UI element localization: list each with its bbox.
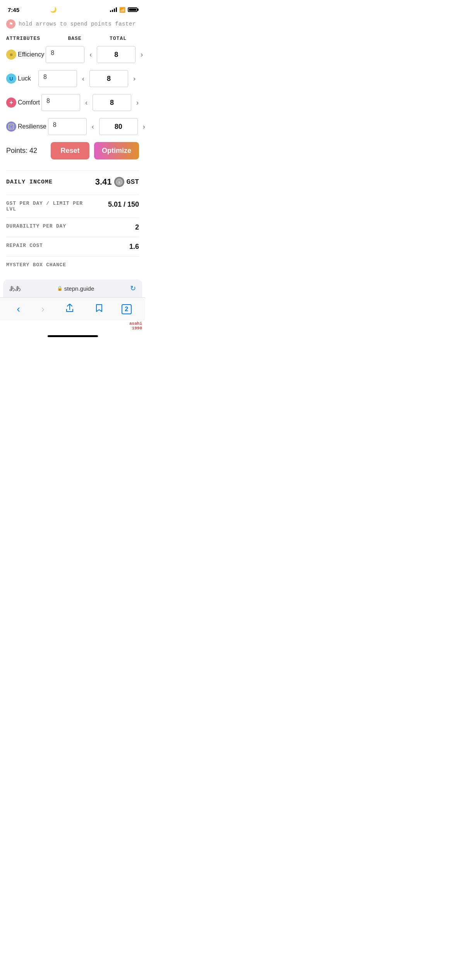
browser-bar[interactable]: ああ 🔒 stepn.guide ↻ — [3, 279, 142, 297]
share-button[interactable] — [62, 302, 77, 316]
status-icons: 📶 — [110, 7, 137, 13]
resiliense-base-input[interactable]: 8 — [48, 118, 87, 135]
efficiency-icon: ≡ — [6, 50, 16, 60]
stat-row-repair-cost: REPAIR COST 1.6 — [6, 237, 139, 256]
safari-toolbar: ‹ › 2 — [0, 297, 145, 320]
luck-decrease-btn[interactable]: ‹ — [79, 75, 88, 83]
optimize-button[interactable]: Optimize — [94, 142, 139, 159]
attributes-col-label: ATTRIBUTES — [6, 36, 52, 41]
daily-income-label: DAILY INCOME — [6, 179, 53, 185]
comfort-decrease-btn[interactable]: ‹ — [82, 99, 91, 107]
attribute-row-resiliense: □ Resiliense 8 ‹ 80 › — [6, 118, 139, 135]
attr-name-luck: U Luck — [6, 74, 37, 84]
tip-icon: ⚑ — [6, 19, 15, 29]
comfort-base-input[interactable]: 8 — [41, 94, 80, 111]
attr-name-efficiency: ≡ Efficiency — [6, 50, 44, 60]
comfort-label: Comfort — [18, 99, 40, 106]
points-row: Points: 42 Reset Optimize — [6, 142, 139, 159]
stat-value-gst-per-day: 5.01 / 150 — [108, 200, 139, 209]
back-button[interactable]: ‹ — [14, 302, 23, 317]
efficiency-label: Efficiency — [18, 51, 44, 58]
luck-base-input[interactable]: 8 — [38, 70, 77, 87]
watermark: asahi 1990 — [0, 320, 145, 332]
forward-button[interactable]: › — [38, 302, 48, 317]
bookmarks-button[interactable] — [92, 302, 106, 316]
reset-button[interactable]: Reset — [51, 142, 89, 159]
signal-icon — [110, 7, 117, 12]
resiliense-icon: □ — [6, 122, 16, 132]
gst-coin-icon: S — [114, 177, 124, 187]
attr-name-resiliense: □ Resiliense — [6, 122, 46, 132]
luck-increase-btn[interactable]: › — [130, 75, 139, 83]
reload-button[interactable]: ↻ — [130, 284, 136, 293]
efficiency-increase-btn[interactable]: › — [137, 51, 145, 59]
stat-name-mystery-box: MYSTERY BOX CHANCE — [6, 262, 86, 268]
attribute-row-luck: U Luck 8 ‹ 8 › — [6, 70, 139, 87]
comfort-increase-btn[interactable]: › — [133, 99, 142, 107]
luck-total-box: 8 — [89, 70, 128, 87]
stat-name-gst-per-day: GST PER DAY / LIMIT PER LVL — [6, 200, 86, 212]
tip-banner: ⚑ Hold arrows to spend points faster — [0, 17, 145, 33]
stat-value-repair-cost: 1.6 — [129, 243, 139, 251]
stat-row-gst-per-day: GST PER DAY / LIMIT PER LVL 5.01 / 150 — [6, 195, 139, 218]
stat-row-durability: DURABILITY PER DAY 2 — [6, 218, 139, 237]
resiliense-label: Resiliense — [18, 123, 46, 130]
divider-1 — [6, 170, 139, 171]
efficiency-total-box: 8 — [97, 46, 136, 63]
browser-url[interactable]: 🔒 stepn.guide — [57, 285, 94, 292]
tip-text: Hold arrows to spend points faster — [19, 21, 136, 27]
battery-icon — [128, 7, 137, 12]
daily-income-amount: 3.41 — [95, 177, 112, 187]
resiliense-increase-btn[interactable]: › — [139, 123, 145, 131]
luck-label: Luck — [18, 75, 31, 82]
points-label: Points: 42 — [6, 147, 46, 155]
comfort-icon: + — [6, 98, 16, 108]
tabs-button[interactable]: 2 — [122, 304, 132, 314]
luck-icon: U — [6, 74, 16, 84]
stat-value-durability: 2 — [135, 223, 139, 231]
main-content: ATTRIBUTES BASE TOTAL ≡ Efficiency 8 ‹ 8… — [0, 33, 145, 273]
home-bar — [48, 335, 98, 337]
attributes-header: ATTRIBUTES BASE TOTAL — [6, 33, 139, 46]
wifi-icon: 📶 — [119, 7, 125, 13]
lock-icon: 🔒 — [57, 286, 63, 291]
moon-icon: 🌙 — [50, 7, 57, 13]
stat-name-repair-cost: REPAIR COST — [6, 243, 86, 248]
comfort-total-box: 8 — [93, 94, 131, 111]
base-col-label: BASE — [55, 36, 94, 41]
attribute-row-comfort: + Comfort 8 ‹ 8 › — [6, 94, 139, 111]
url-text: stepn.guide — [64, 285, 94, 292]
daily-income-currency: GST — [127, 178, 139, 186]
attr-name-comfort: + Comfort — [6, 98, 40, 108]
tip-flag-icon: ⚑ — [9, 21, 13, 27]
efficiency-decrease-btn[interactable]: ‹ — [86, 51, 95, 59]
browser-lang: ああ — [9, 285, 21, 292]
attribute-row-efficiency: ≡ Efficiency 8 ‹ 8 › — [6, 46, 139, 63]
status-time: 7:45 — [8, 7, 19, 13]
stat-row-mystery-box: MYSTERY BOX CHANCE — [6, 256, 139, 273]
resiliense-total-box: 80 — [99, 118, 138, 135]
home-indicator — [0, 332, 145, 339]
svg-text:S: S — [118, 181, 120, 184]
efficiency-base-input[interactable]: 8 — [46, 46, 84, 63]
status-bar: 7:45 🌙 📶 — [0, 0, 145, 17]
stat-name-durability: DURABILITY PER DAY — [6, 223, 86, 229]
daily-income-row: DAILY INCOME 3.41 S GST — [6, 177, 139, 187]
resiliense-decrease-btn[interactable]: ‹ — [88, 123, 98, 131]
total-col-label: TOTAL — [97, 36, 139, 41]
daily-income-value: 3.41 S GST — [95, 177, 139, 187]
